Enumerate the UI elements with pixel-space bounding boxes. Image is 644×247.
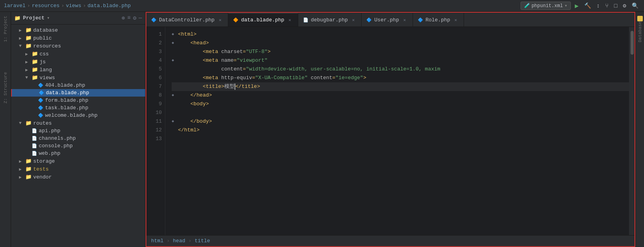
tree-item-formblade[interactable]: 🔷 form.blade.php (11, 97, 145, 104)
tree-label: routes (33, 120, 52, 126)
breadcrumb: laravel › resources › views › data.blade… (4, 3, 131, 9)
phpunit-badge[interactable]: 🧪 phpunit.xml ▾ (521, 2, 571, 10)
left-strip: 1: Project Z: Structure (0, 12, 11, 247)
status-bc-title: title (195, 238, 210, 244)
search-icon[interactable]: 🔍 (630, 2, 640, 10)
close-tab-datacontroller[interactable]: ✕ (217, 17, 223, 23)
tab-datacontroller[interactable]: 🔷 DataController.php ✕ (146, 13, 228, 27)
tab-role[interactable]: 🔷 Role.php ✕ (413, 13, 464, 27)
tree-item-channelsphp[interactable]: 📄 channels.php (11, 135, 145, 142)
tree-item-taskblade[interactable]: 🔷 task.blade.php (11, 104, 145, 112)
project-strip-label[interactable]: 1: Project (3, 16, 8, 42)
folder-icon: 📁 (25, 43, 32, 49)
panel-dropdown-icon[interactable]: ▾ (47, 15, 50, 21)
php-file-icon: 📄 (32, 128, 37, 133)
code-line-5: content="width=device-width, user-scalab… (172, 65, 629, 74)
tree-item-webphp[interactable]: 📄 web.php (11, 150, 145, 157)
tree-item-resources[interactable]: 📁 resources (11, 42, 145, 50)
tree-label: console.php (39, 143, 73, 149)
scroll-thumb[interactable] (631, 31, 634, 55)
tab-label: User.php (374, 17, 399, 23)
code-line-13 (172, 135, 629, 143)
chevron-icon (25, 59, 30, 65)
close-tab-role[interactable]: ✕ (453, 17, 459, 23)
chevron-icon (19, 167, 24, 172)
code-line-4: ◆ <meta name="viewport" (172, 56, 629, 65)
code-line-8: ◆ </head> (172, 91, 629, 100)
close-tab-datablade[interactable]: ✕ (287, 17, 293, 23)
bc-laravel[interactable]: laravel (4, 3, 26, 9)
chevron-icon (19, 28, 24, 33)
tree-item-public[interactable]: 📁 public (11, 34, 145, 42)
tab-label: debugbar.php (311, 17, 348, 23)
tab-debugbar[interactable]: 📄 debugbar.php ✕ (298, 13, 362, 27)
tree-item-routes[interactable]: 📁 routes (11, 119, 145, 127)
tree-item-js[interactable]: 📁 js (11, 58, 145, 66)
debug-tab-icon: 📄 (303, 17, 309, 23)
tree-label: channels.php (39, 135, 76, 141)
status-bar: html › head › title (146, 235, 635, 246)
top-bar-right: 🧪 phpunit.xml ▾ ▶ 🔨 ↕ ⑂ □ ⚙ 🔍 (521, 1, 640, 11)
editor-area: 🔷 DataController.php ✕ 🔶 data.blade.php … (146, 12, 635, 247)
tree-item-views[interactable]: 📁 views (11, 74, 145, 82)
code-line-6: <meta http-equiv="X-UA-Compatible" conte… (172, 74, 629, 82)
update-icon[interactable]: ↕ (595, 2, 601, 10)
right-strip: Database (635, 12, 644, 247)
database-strip-label[interactable]: Database (638, 21, 642, 42)
close-tab-user[interactable]: ✕ (402, 17, 408, 23)
scrollbar[interactable] (629, 27, 635, 235)
tree-item-consolephp[interactable]: 📄 console.php (11, 142, 145, 150)
blade-file-icon: 🔷 (39, 90, 44, 95)
chevron-down-icon: ▾ (564, 3, 567, 9)
tree-item-datablade[interactable]: 🔷 data.blade.php (11, 89, 145, 97)
role-tab-icon: 🔷 (418, 17, 423, 23)
settings-icon[interactable]: ⚙ (621, 2, 628, 10)
build-icon[interactable]: 🔨 (583, 2, 593, 10)
status-bc-html: html (151, 238, 163, 244)
chevron-icon (19, 175, 24, 180)
chevron-icon (19, 159, 24, 164)
tree-item-welcomeblade[interactable]: 🔷 welcome.blade.php (11, 112, 145, 119)
folder-icon: 📁 (32, 51, 38, 57)
folder-icon: 📁 (32, 59, 38, 65)
tree-item-apiphp[interactable]: 📄 api.php (11, 127, 145, 135)
structure-strip-label[interactable]: Z: Structure (3, 72, 8, 103)
tree-item-404blade[interactable]: 🔷 404.blade.php (11, 82, 145, 89)
tree-label: css (40, 51, 49, 57)
folder-icon: 📁 (25, 35, 32, 41)
chevron-icon (25, 51, 30, 57)
gear-icon[interactable]: ⚙ (133, 15, 136, 21)
tree-label: database (33, 27, 58, 33)
maximize-icon[interactable]: □ (612, 2, 619, 10)
minimize-icon[interactable]: — (139, 15, 142, 21)
vcs-icon[interactable]: ⑂ (604, 2, 610, 10)
code-editor[interactable]: 1 2 3 4 5 6 7 8 9 10 11 12 13 ◆ <html> (146, 27, 635, 235)
chevron-icon (19, 36, 24, 41)
php-file-icon: 📄 (32, 143, 37, 148)
folder-icon: 📁 (25, 27, 32, 33)
bc-resources[interactable]: resources (32, 3, 59, 9)
tree-item-storage[interactable]: 📁 storage (11, 157, 145, 165)
bc-views[interactable]: views (66, 3, 81, 9)
tree-item-css[interactable]: 📁 css (11, 50, 145, 58)
file-tree: 📁 database 📁 public 📁 resources 📁 css (11, 25, 145, 247)
tree-label: storage (33, 158, 55, 164)
tab-user[interactable]: 🔷 User.php ✕ (362, 13, 413, 27)
tree-label: vendor (33, 174, 52, 180)
collapse-icon[interactable]: ≡ (127, 15, 131, 21)
code-content[interactable]: ◆ <html> ◆ <head> <meta charset="UTF-8">… (165, 27, 629, 235)
bc-file[interactable]: data.blade.php (87, 3, 131, 9)
tree-item-vendor[interactable]: 📁 vendor (11, 173, 145, 181)
folder-icon: 📁 (25, 166, 32, 172)
run-button[interactable]: ▶ (573, 1, 580, 11)
tree-item-tests[interactable]: 📁 tests (11, 165, 145, 173)
new-icon[interactable]: ⊕ (121, 15, 125, 21)
tab-datablade[interactable]: 🔶 data.blade.php ✕ (228, 13, 298, 27)
tree-label: web.php (39, 150, 61, 156)
tree-item-database[interactable]: 📁 database (11, 26, 145, 34)
blade-file-icon: 🔷 (38, 113, 44, 118)
tree-item-lang[interactable]: 📁 lang (11, 66, 145, 74)
blade-file-icon: 🔷 (38, 83, 44, 88)
close-tab-debugbar[interactable]: ✕ (350, 17, 356, 23)
line-numbers: 1 2 3 4 5 6 7 8 9 10 11 12 13 (146, 27, 165, 235)
